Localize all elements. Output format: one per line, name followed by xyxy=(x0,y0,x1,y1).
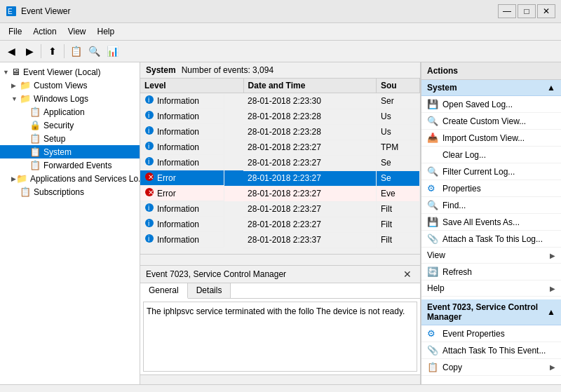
toolbar-separator-2 xyxy=(64,44,65,58)
col-source: Sou xyxy=(377,79,420,93)
cell-level: iInformation xyxy=(140,109,224,124)
app-icon: E xyxy=(6,6,17,17)
tree-item-setup[interactable]: 📋 Setup xyxy=(0,132,140,145)
menu-view[interactable]: View xyxy=(62,25,92,39)
icon-copy: 📋 xyxy=(427,362,438,372)
table-row[interactable]: iInformation28-01-2018 2:23:27Se xyxy=(140,155,420,170)
action-open-saved-log[interactable]: 💾 Open Saved Log... xyxy=(421,96,561,113)
events-data-table: Level Date and Time Sou iInformation28-0… xyxy=(140,79,420,248)
event-detail-pane: Event 7023, Service Control Manager ✕ Ge… xyxy=(140,265,420,384)
tab-details[interactable]: Details xyxy=(188,283,231,298)
cell-datetime: 28-01-2018 2:23:28 xyxy=(243,109,376,124)
level-label: Information xyxy=(157,111,199,121)
action-label-find: Find... xyxy=(442,201,466,210)
menu-file[interactable]: File xyxy=(3,25,27,39)
minimize-button[interactable]: — xyxy=(498,4,516,18)
toolbar: ◀ ▶ ⬆ 📋 🔍 📊 xyxy=(0,41,561,62)
event-detail-hscroll[interactable] xyxy=(140,374,420,384)
action-label-view: View xyxy=(427,250,445,260)
table-row[interactable]: iInformation28-01-2018 2:23:28Us xyxy=(140,124,420,140)
action-view[interactable]: View ▶ xyxy=(421,248,561,264)
main-container: ▼ 🖥 Event Viewer (Local) ▶ 📁 Custom View… xyxy=(0,62,561,392)
icon-subscriptions: 📋 xyxy=(20,187,31,197)
toolbar-chart[interactable]: 📊 xyxy=(104,43,121,60)
action-filter-log[interactable]: 🔍 Filter Current Log... xyxy=(421,163,561,180)
tree-item-system[interactable]: 📋 System xyxy=(0,145,140,158)
cell-level: iInformation xyxy=(140,155,224,170)
table-row[interactable]: iInformation28-01-2018 2:23:27Filt xyxy=(140,201,420,217)
action-event-properties[interactable]: ⚙ Event Properties xyxy=(421,325,561,342)
table-row[interactable]: iInformation28-01-2018 2:23:27Filt xyxy=(140,217,420,232)
table-row[interactable]: ✕Error28-01-2018 2:23:27Eve xyxy=(140,186,420,201)
icon-open-log: 💾 xyxy=(427,99,438,109)
level-label: Error xyxy=(157,173,176,183)
actions-event7023-arrow: ▲ xyxy=(547,307,555,317)
action-copy[interactable]: 📋 Copy ▶ xyxy=(421,359,561,376)
action-refresh[interactable]: 🔄 Refresh xyxy=(421,264,561,281)
level-label: Information xyxy=(157,204,199,214)
level-label: Information xyxy=(157,219,199,229)
action-attach-task[interactable]: 📎 Attach a Task To this Log... xyxy=(421,231,561,248)
svg-text:E: E xyxy=(8,8,13,15)
toolbar-up[interactable]: ⬆ xyxy=(44,43,61,60)
cell-datetime: 28-01-2018 2:23:27 xyxy=(243,155,376,170)
table-row[interactable]: iInformation28-01-2018 2:23:28Us xyxy=(140,109,420,124)
events-table[interactable]: Level Date and Time Sou iInformation28-0… xyxy=(140,79,420,254)
icon-refresh: 🔄 xyxy=(427,266,438,277)
cell-source: Filt xyxy=(377,201,420,217)
tree-item-application[interactable]: 📋 Application xyxy=(0,105,140,119)
table-row[interactable]: iInformation28-01-2018 2:23:37Filt xyxy=(140,232,420,248)
action-attach-task-event[interactable]: 📎 Attach Task To This Event... xyxy=(421,342,561,359)
actions-section-system[interactable]: System ▲ xyxy=(421,80,561,96)
level-icon: i xyxy=(144,95,154,107)
icon-import-view: 📥 xyxy=(427,133,438,143)
toolbar-back[interactable]: ◀ xyxy=(3,43,20,60)
toolbar-clipboard[interactable]: 📋 xyxy=(67,43,84,60)
table-row[interactable]: ✕Error28-01-2018 2:23:27Se xyxy=(140,170,420,186)
level-label: Information xyxy=(157,127,199,137)
menu-action[interactable]: Action xyxy=(27,25,62,39)
expander-appservices: ▶ xyxy=(11,175,16,182)
event-detail-close[interactable]: ✕ xyxy=(400,269,414,280)
title-bar-left: E Event Viewer xyxy=(6,6,70,17)
menu-help[interactable]: Help xyxy=(92,25,121,39)
tab-general[interactable]: General xyxy=(140,283,188,299)
cell-level: iInformation xyxy=(140,140,224,155)
toolbar-forward[interactable]: ▶ xyxy=(21,43,38,60)
table-row[interactable]: iInformation28-01-2018 2:23:27TPM xyxy=(140,140,420,155)
event-detail-tabs: General Details xyxy=(140,283,420,299)
action-save-all-events[interactable]: 💾 Save All Events As... xyxy=(421,214,561,231)
action-clear-log[interactable]: Clear Log... xyxy=(421,147,561,163)
title-bar: E Event Viewer — □ ✕ xyxy=(0,0,561,23)
close-button[interactable]: ✕ xyxy=(537,4,555,18)
level-label: Information xyxy=(157,158,199,168)
toolbar-search[interactable]: 🔍 xyxy=(86,43,102,60)
actions-section-event7023[interactable]: Event 7023, Service Control Manager ▲ xyxy=(421,299,561,325)
table-header-row: Level Date and Time Sou xyxy=(140,79,420,93)
tree-item-windows-logs[interactable]: ▼ 📁 Windows Logs xyxy=(0,92,140,105)
action-create-custom-view[interactable]: 🔍 Create Custom View... xyxy=(421,113,561,130)
level-icon: i xyxy=(144,126,154,137)
action-import-custom-view[interactable]: 📥 Import Custom View... xyxy=(421,130,561,147)
cell-source: Ser xyxy=(377,93,420,109)
icon-help-arrow: ▶ xyxy=(550,285,555,292)
tree-item-security[interactable]: 🔒 Security xyxy=(0,119,140,132)
tree-item-forwarded[interactable]: 📋 Forwarded Events xyxy=(0,158,140,172)
action-label-refresh: Refresh xyxy=(442,267,472,277)
tree-pane: ▼ 🖥 Event Viewer (Local) ▶ 📁 Custom View… xyxy=(0,62,140,384)
level-icon: i xyxy=(144,234,154,245)
tree-item-subscriptions[interactable]: 📋 Subscriptions xyxy=(0,185,140,198)
action-find[interactable]: 🔍 Find... xyxy=(421,197,561,214)
action-properties[interactable]: ⚙ Properties xyxy=(421,180,561,197)
level-label: Information xyxy=(157,235,199,245)
tree-item-custom-views[interactable]: ▶ 📁 Custom Views xyxy=(0,79,140,92)
tree-item-appservices[interactable]: ▶ 📁 Applications and Services Lo... xyxy=(0,172,140,185)
horizontal-scroll[interactable] xyxy=(140,254,420,265)
tree-item-root[interactable]: ▼ 🖥 Event Viewer (Local) xyxy=(0,65,140,79)
icon-setup: 📋 xyxy=(29,133,41,144)
level-icon: i xyxy=(144,218,154,230)
table-row[interactable]: iInformation28-01-2018 2:23:30Ser xyxy=(140,93,420,109)
maximize-button[interactable]: □ xyxy=(518,4,536,18)
action-help[interactable]: Help ▶ xyxy=(421,281,561,297)
level-label: Error xyxy=(157,189,176,198)
